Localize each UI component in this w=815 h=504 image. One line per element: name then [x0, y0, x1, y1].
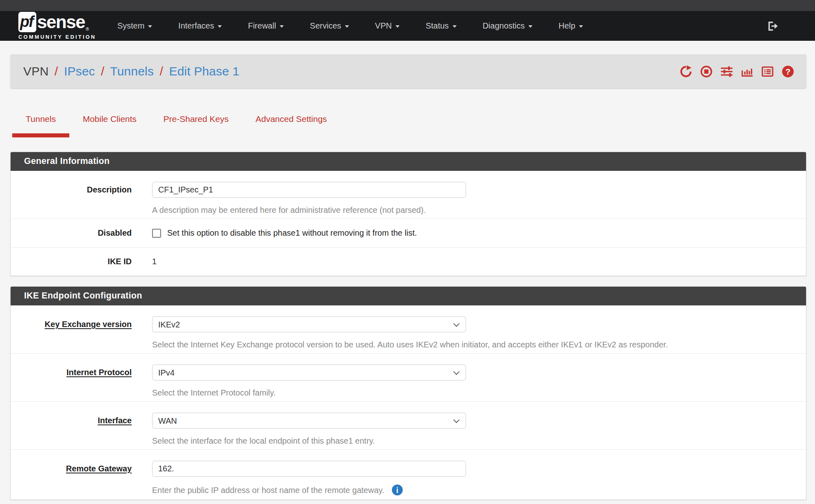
disabled-checkbox-line: Set this option to disable this phase1 w…: [152, 228, 806, 238]
disabled-checkbox-label: Set this option to disable this phase1 w…: [167, 228, 417, 238]
breadcrumb-separator: /: [52, 64, 61, 78]
chevron-down-icon: [579, 25, 583, 28]
breadcrumb-link-ipsec[interactable]: IPsec: [64, 64, 95, 78]
description-label: Description: [11, 182, 132, 215]
interface-select[interactable]: WAN: [152, 413, 466, 429]
pfsense-logo-sense: sense: [37, 13, 85, 31]
internet-protocol-label: Internet Protocol: [11, 365, 132, 398]
general-information-panel: General Information Description A descri…: [10, 152, 806, 276]
tab-advanced-settings[interactable]: Advanced Settings: [242, 108, 340, 137]
panel-title-general-information: General Information: [11, 152, 806, 171]
breadcrumb-separator: /: [99, 64, 107, 78]
interface-row: Interface WAN Select the interface for t…: [11, 402, 806, 450]
sign-out-icon: [766, 20, 778, 32]
nav-item-interfaces[interactable]: Interfaces: [178, 21, 222, 31]
nav-item-diagnostics[interactable]: Diagnostics: [483, 21, 532, 31]
disabled-label: Disabled: [11, 228, 132, 238]
remote-gateway-label: Remote Gateway: [11, 461, 132, 496]
breadcrumb-separator: /: [157, 64, 166, 78]
remote-gateway-row: Remote Gateway Enter the public IP addre…: [11, 450, 806, 500]
sliders-icon[interactable]: [720, 65, 733, 78]
svg-text:?: ?: [785, 67, 790, 76]
nav-item-help[interactable]: Help: [559, 21, 583, 31]
nav-menu: System Interfaces Firewall Services VPN …: [117, 21, 583, 31]
breadcrumb-section: VPN: [23, 64, 49, 78]
registered-mark: ®: [86, 27, 89, 31]
breadcrumb-current-page[interactable]: Edit Phase 1: [169, 64, 240, 78]
bar-chart-icon[interactable]: [741, 65, 753, 78]
main-navbar: pfsense® COMMUNITY EDITION System Interf…: [0, 11, 815, 41]
refresh-icon[interactable]: [680, 65, 692, 78]
breadcrumb-link-tunnels[interactable]: Tunnels: [110, 64, 154, 78]
ike-endpoint-panel: IKE Endpoint Configuration Key Exchange …: [10, 286, 806, 500]
help-icon[interactable]: ?: [782, 65, 794, 78]
remote-gateway-help: Enter the public IP address or host name…: [152, 484, 806, 496]
tab-bar: Tunnels Mobile Clients Pre-Shared Keys A…: [12, 108, 806, 137]
page-header: VPN / IPsec / Tunnels / Edit Phase 1: [10, 54, 806, 88]
chevron-down-icon: [528, 25, 532, 28]
tab-pre-shared-keys[interactable]: Pre-Shared Keys: [150, 108, 242, 137]
info-button[interactable]: i: [391, 484, 403, 496]
header-action-icons: ?: [680, 65, 794, 78]
disabled-row: Disabled Set this option to disable this…: [11, 219, 806, 248]
pfsense-logo[interactable]: pfsense® COMMUNITY EDITION: [18, 12, 96, 40]
sign-out-button[interactable]: [766, 20, 778, 32]
description-help: A description may be entered here for ad…: [152, 205, 806, 215]
pfsense-logo-wordmark: pfsense®: [18, 12, 96, 32]
chevron-down-icon: [148, 25, 152, 28]
ike-id-row: IKE ID 1: [11, 248, 806, 276]
panel-title-ike-endpoint: IKE Endpoint Configuration: [11, 287, 806, 305]
log-list-icon[interactable]: [761, 65, 774, 78]
breadcrumb: VPN / IPsec / Tunnels / Edit Phase 1: [23, 64, 239, 78]
remote-gateway-input[interactable]: [152, 461, 466, 477]
internet-protocol-help: Select the Internet Protocol family.: [152, 388, 806, 398]
interface-label: Interface: [11, 413, 132, 446]
svg-text:i: i: [396, 486, 398, 495]
ike-id-value: 1: [152, 257, 157, 266]
tab-mobile-clients[interactable]: Mobile Clients: [69, 108, 150, 137]
window-top-strip: [0, 0, 815, 11]
chevron-down-icon: [218, 25, 222, 28]
key-exchange-label: Key Exchange version: [11, 316, 132, 349]
community-edition-label: COMMUNITY EDITION: [18, 34, 96, 40]
internet-protocol-select[interactable]: IPv4: [152, 365, 466, 380]
interface-help: Select the interface for the local endpo…: [152, 436, 806, 446]
key-exchange-row: Key Exchange version IKEv2 Select the In…: [11, 305, 806, 354]
internet-protocol-row: Internet Protocol IPv4 Select the Intern…: [11, 354, 806, 402]
chevron-down-icon: [280, 25, 284, 28]
stop-icon[interactable]: [700, 65, 713, 78]
nav-item-system[interactable]: System: [117, 21, 152, 31]
chevron-down-icon: [345, 25, 349, 28]
nav-item-vpn[interactable]: VPN: [375, 21, 400, 31]
key-exchange-help: Select the Internet Key Exchange protoco…: [152, 340, 806, 349]
chevron-down-icon: [453, 25, 457, 28]
description-row: Description A description may be entered…: [11, 171, 806, 219]
disabled-checkbox[interactable]: [152, 229, 161, 238]
description-input[interactable]: [152, 182, 466, 198]
nav-item-status[interactable]: Status: [426, 21, 457, 31]
pfsense-logo-pf: pf: [18, 12, 36, 32]
chevron-down-icon: [395, 25, 400, 28]
tab-tunnels[interactable]: Tunnels: [12, 108, 69, 137]
nav-item-firewall[interactable]: Firewall: [248, 21, 284, 31]
info-icon: i: [391, 484, 403, 496]
nav-item-services[interactable]: Services: [310, 21, 349, 31]
ike-id-label: IKE ID: [11, 257, 132, 266]
key-exchange-select[interactable]: IKEv2: [152, 316, 466, 332]
